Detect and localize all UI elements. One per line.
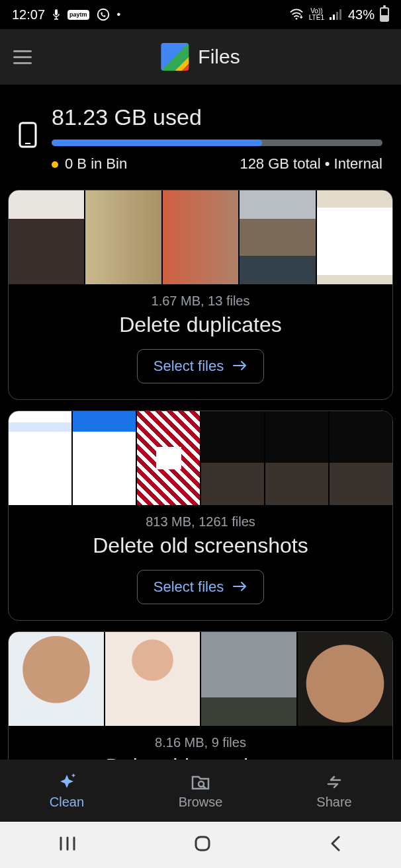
thumbnail[interactable] (163, 190, 238, 284)
svg-rect-0 (55, 9, 58, 15)
card-meta: 1.67 MB, 13 files (19, 294, 382, 309)
card-title: Delete duplicates (19, 313, 382, 337)
status-time: 12:07 (12, 7, 45, 22)
home-button[interactable] (193, 834, 212, 855)
back-button[interactable] (329, 835, 342, 855)
battery-percent: 43% (348, 7, 375, 22)
browse-icon (191, 772, 210, 792)
voice-icon (52, 9, 61, 20)
card-title: Delete blurry photos (19, 754, 382, 760)
bottom-nav: Clean Browse Share (0, 760, 401, 822)
svg-rect-3 (330, 17, 332, 20)
arrow-right-icon (233, 358, 247, 375)
recents-button[interactable] (59, 836, 76, 854)
system-nav-bar (0, 822, 401, 868)
thumbnail[interactable] (240, 190, 315, 284)
thumbnail[interactable] (9, 411, 71, 505)
thumbnail[interactable] (298, 632, 393, 726)
sparkle-icon (56, 772, 77, 792)
lte-indicator: Vo))LTE1 (309, 8, 324, 21)
paytm-icon: paytm (67, 10, 89, 20)
select-files-button[interactable]: Select files (137, 349, 264, 383)
svg-point-1 (97, 9, 109, 20)
nav-share[interactable]: Share (267, 760, 401, 822)
signal-icon (330, 9, 343, 20)
content-area: 81.23 GB used 0 B in Bin 128 GB total • … (0, 85, 401, 760)
svg-point-2 (295, 18, 297, 20)
thumbnail[interactable] (105, 632, 200, 726)
thumbnail[interactable] (73, 411, 136, 505)
card-meta: 813 MB, 1261 files (19, 514, 382, 530)
thumbnail[interactable] (201, 411, 264, 505)
status-bar: 12:07 paytm • Vo))LTE1 43% (0, 0, 401, 29)
select-files-button[interactable]: Select files (137, 570, 264, 604)
thumbnail[interactable] (265, 411, 328, 505)
card-delete-duplicates: 1.67 MB, 13 files Delete duplicates Sele… (8, 190, 393, 400)
phone-icon (19, 122, 37, 151)
svg-rect-8 (25, 143, 30, 144)
thumbnail[interactable] (317, 190, 392, 284)
thumbnail[interactable] (330, 411, 392, 505)
battery-icon (380, 7, 389, 22)
card-title: Delete old screenshots (19, 533, 382, 558)
share-icon (324, 772, 344, 792)
nav-clean[interactable]: Clean (0, 760, 134, 822)
thumbnail-row[interactable] (9, 411, 392, 505)
svg-rect-10 (196, 837, 209, 850)
app-bar: Files (0, 29, 401, 85)
more-dot-icon: • (117, 9, 121, 20)
storage-used-text: 81.23 GB used (52, 104, 382, 130)
nav-browse[interactable]: Browse (134, 760, 267, 822)
nav-label: Clean (50, 795, 84, 810)
menu-button[interactable] (13, 50, 32, 64)
card-delete-blurry-photos: 8.16 MB, 9 files Delete blurry photos (8, 631, 393, 760)
thumbnail-row[interactable] (9, 190, 392, 284)
thumbnail[interactable] (85, 190, 161, 284)
svg-point-9 (199, 781, 204, 787)
app-title: Files (198, 46, 240, 68)
svg-rect-5 (336, 12, 338, 20)
bin-status: 0 B in Bin (52, 155, 127, 173)
nav-label: Browse (179, 795, 223, 810)
svg-rect-6 (339, 9, 341, 20)
card-meta: 8.16 MB, 9 files (19, 735, 382, 750)
thumbnail-row[interactable] (9, 632, 392, 726)
thumbnail[interactable] (137, 411, 200, 505)
nav-label: Share (316, 795, 351, 810)
arrow-right-icon (233, 578, 247, 596)
storage-total: 128 GB total • Internal (240, 155, 382, 173)
thumbnail[interactable] (9, 190, 84, 284)
storage-progress (52, 139, 382, 146)
whatsapp-icon (96, 7, 111, 22)
files-logo-icon (161, 43, 189, 71)
storage-summary[interactable]: 81.23 GB used 0 B in Bin 128 GB total • … (0, 85, 401, 190)
wifi-icon (289, 9, 304, 20)
svg-rect-4 (333, 15, 335, 20)
thumbnail[interactable] (201, 632, 296, 726)
thumbnail[interactable] (9, 632, 104, 726)
card-delete-old-screenshots: 813 MB, 1261 files Delete old screenshot… (8, 411, 393, 621)
